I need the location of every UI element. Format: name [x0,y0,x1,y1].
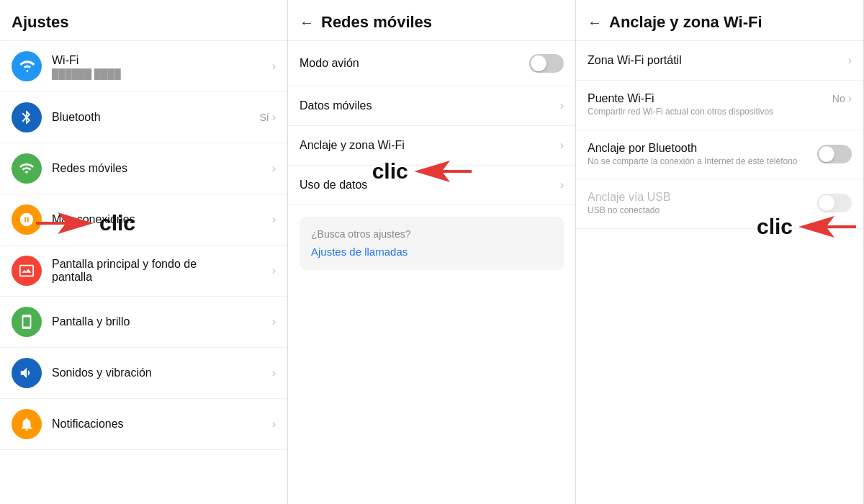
settings-item-zona[interactable]: Zona Wi-Fi portátil › [576,41,863,81]
avion-label: Modo avión [300,57,529,70]
pantalla1-content: Pantalla principal y fondo de pantalla [52,258,262,284]
sonidos-right: › [272,366,276,379]
settings-item-pantalla2[interactable]: Pantalla y brillo › [0,297,287,348]
notif-right: › [272,418,276,431]
anclaje-bt-content: Anclaje por Bluetooth No se comparte la … [588,142,817,168]
panel-redes: ← Redes móviles Modo avión Datos móviles… [288,0,576,504]
pantalla1-label: Pantalla principal y fondo de [52,258,262,271]
settings-item-notif[interactable]: Notificaciones › [0,399,287,450]
settings-item-avion[interactable]: Modo avión [288,41,575,86]
wifi-label: Wi-Fi [52,54,262,67]
uso-chevron: › [560,179,564,192]
panel-anclaje: ← Anclaje y zona Wi-Fi Zona Wi-Fi portát… [576,0,864,504]
anclaje-bt-label: Anclaje por Bluetooth [588,142,817,155]
anclaje-usb-desc: USB no conectado [588,205,817,217]
notif-icon [12,409,42,439]
datos-chevron: › [560,99,564,112]
redes-chevron: › [272,162,276,175]
panel3-back[interactable]: ← [588,14,602,31]
avion-toggle[interactable] [529,54,564,73]
settings-item-anclaje-usb[interactable]: Anclaje vía USB USB no conectado [576,179,863,229]
mas-chevron: › [272,213,276,226]
bluetooth-status: Sí [259,112,269,123]
anclaje-usb-content: Anclaje vía USB USB no conectado [588,191,817,217]
wifi-chevron: › [272,60,276,73]
settings-item-bluetooth[interactable]: Bluetooth Sí › [0,92,287,143]
anclaje-usb-toggle[interactable] [817,194,852,212]
datos-label: Datos móviles [300,99,560,112]
puente-chevron: › [848,92,852,105]
pantalla2-chevron: › [272,315,276,328]
settings-item-redes[interactable]: Redes móviles › clic [0,143,287,194]
zona-chevron: › [848,54,852,67]
notif-label: Notificaciones [52,418,262,431]
settings-item-anclaje[interactable]: Anclaje y zona Wi-Fi › [288,126,575,166]
settings-item-anclaje-bt[interactable]: Anclaje por Bluetooth No se comparte la … [576,130,863,180]
bluetooth-content: Bluetooth [52,111,249,124]
wifi-content: Wi-Fi ██████ ████ [52,54,262,79]
panel3-header: ← Anclaje y zona Wi-Fi [576,0,863,41]
pantalla1-chevron: › [272,264,276,277]
notif-content: Notificaciones [52,418,262,431]
bluetooth-label: Bluetooth [52,111,249,124]
info-box-link[interactable]: Ajustes de llamadas [311,246,408,258]
notif-chevron: › [272,418,276,431]
settings-item-datos[interactable]: Datos móviles › [288,86,575,126]
pantalla2-right: › [272,315,276,328]
pantalla2-icon [12,307,42,337]
redes-content: Redes móviles [52,162,262,175]
puente-label: Puente Wi-Fi [588,92,832,105]
info-box-question: ¿Busca otros ajustes? [311,228,552,240]
panel-ajustes: Ajustes Wi-Fi ██████ ████ › Bluetooth [0,0,288,504]
wifi-subtitle: ██████ ████ [52,68,262,79]
pantalla1-right: › [272,264,276,277]
panel2-back[interactable]: ← [300,14,314,31]
bluetooth-icon [12,102,42,132]
anclaje-label: Anclaje y zona Wi-Fi [300,139,560,152]
settings-item-sonidos[interactable]: Sonidos y vibración › [0,348,287,399]
sonidos-content: Sonidos y vibración [52,366,262,379]
anclaje-usb-label: Anclaje vía USB [588,191,817,204]
puente-desc: Compartir red Wi-Fi actual con otros dis… [588,107,832,118]
puente-content: Puente Wi-Fi Compartir red Wi-Fi actual … [588,92,832,118]
anclaje-bt-desc: No se comparte la conexión a Internet de… [588,156,817,168]
bluetooth-right: Sí › [259,111,276,124]
wifi-icon [12,51,42,81]
uso-label: Uso de datos [300,179,560,192]
wifi-right: › [272,60,276,73]
settings-item-wifi[interactable]: Wi-Fi ██████ ████ › [0,41,287,92]
panel1-list: Wi-Fi ██████ ████ › Bluetooth Sí › [0,41,287,504]
anclaje-chevron: › [560,139,564,152]
panel1-title: Ajustes [12,13,68,32]
mas-icon [12,204,42,235]
sonidos-icon [12,358,42,388]
panel2-title: Redes móviles [321,13,432,32]
pantalla2-label: Pantalla y brillo [52,315,262,328]
settings-item-puente[interactable]: Puente Wi-Fi Compartir red Wi-Fi actual … [576,81,863,130]
panel3-list: Zona Wi-Fi portátil › Puente Wi-Fi Compa… [576,41,863,504]
sonidos-label: Sonidos y vibración [52,366,262,379]
pantalla2-content: Pantalla y brillo [52,315,262,328]
puente-no: No [832,93,845,104]
puente-right: No › [832,92,852,105]
redes-right: › [272,162,276,175]
settings-item-pantalla1[interactable]: Pantalla principal y fondo de pantalla › [0,246,287,297]
zona-label: Zona Wi-Fi portátil [588,54,848,67]
mas-content: Más conexiones [52,213,262,226]
redes-label: Redes móviles [52,162,262,175]
settings-item-mas[interactable]: Más conexiones › [0,194,287,246]
panel2-list: Modo avión Datos móviles › Anclaje y zon… [288,41,575,504]
panel2-header: ← Redes móviles [288,0,575,41]
info-box: ¿Busca otros ajustes? Ajustes de llamada… [300,217,564,270]
anclaje-bt-toggle[interactable] [817,145,852,163]
settings-item-uso[interactable]: Uso de datos › [288,166,575,205]
sonidos-chevron: › [272,366,276,379]
panel3-title: Anclaje y zona Wi-Fi [609,13,762,32]
mas-label: Más conexiones [52,213,262,226]
redes-icon [12,153,42,184]
pantalla1-icon [12,256,42,286]
panel1-header: Ajustes [0,0,287,41]
pantalla1-label2: pantalla [52,271,262,284]
bluetooth-chevron: › [272,111,276,124]
mas-right: › [272,213,276,226]
